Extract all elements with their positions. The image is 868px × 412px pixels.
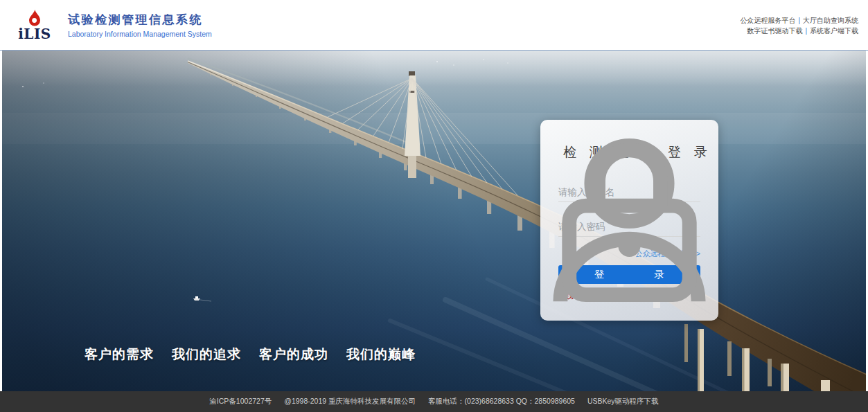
slogan-phrase: 我们的巅峰: [346, 346, 416, 364]
header-links-row2: 数字证书驱动下载|系统客户端下载: [740, 26, 858, 36]
slogan: 客户的需求 我们的追求 客户的成功 我们的巅峰: [85, 346, 416, 364]
icp-number-link[interactable]: 渝ICP备1002727号: [209, 397, 272, 406]
ilis-logo: iLIS: [17, 10, 53, 40]
header-links-row1: 公众远程服务平台|大厅自助查询系统: [740, 15, 858, 26]
password-row: [558, 220, 700, 237]
usbkey-driver-download-link[interactable]: USBKey驱动程序下载: [587, 397, 659, 406]
bridge-photo: 客户的需求 我们的追求 客户的成功 我们的巅峰 检 测 机 构 登 录: [2, 51, 866, 391]
logo-text: iLIS: [18, 28, 51, 40]
link-cert-driver-download[interactable]: 数字证书驱动下载: [747, 27, 802, 35]
hero-section: 客户的需求 我们的追求 客户的成功 我们的巅峰 检 测 机 构 登 录: [0, 51, 868, 391]
copyright-text: @1998-2019 重庆海特科技发展有限公司: [284, 397, 416, 406]
login-panel: 检 测 机 构 登 录 公众远程平台登录>: [540, 120, 718, 321]
slogan-phrase: 客户的成功: [259, 346, 328, 364]
lock-icon: [540, 120, 718, 321]
header-links: 公众远程服务平台|大厅自助查询系统 数字证书驱动下载|系统客户端下载: [740, 14, 858, 36]
separator: |: [795, 17, 803, 24]
link-hall-self-query[interactable]: 大厅自助查询系统: [803, 17, 858, 24]
header: iLIS 试验检测管理信息系统 Laboratory Information M…: [0, 0, 868, 51]
slogan-phrase: 客户的需求: [85, 346, 154, 364]
system-title-cn: 试验检测管理信息系统: [68, 12, 212, 28]
contact-info: 客服电话：(023)68628633 QQ：2850989605: [428, 397, 575, 406]
footer: 渝ICP备1002727号 @1998-2019 重庆海特科技发展有限公司 客服…: [0, 391, 868, 412]
link-client-download[interactable]: 系统客户端下载: [810, 27, 858, 35]
system-titles: 试验检测管理信息系统 Laboratory Information Manage…: [68, 12, 212, 38]
bridge-photo-art: [2, 51, 866, 391]
system-title-en: Laboratory Information Management System: [68, 30, 212, 38]
slogan-phrase: 我们的追求: [172, 346, 241, 364]
separator: |: [802, 27, 810, 35]
link-public-remote-platform[interactable]: 公众远程服务平台: [740, 17, 795, 24]
